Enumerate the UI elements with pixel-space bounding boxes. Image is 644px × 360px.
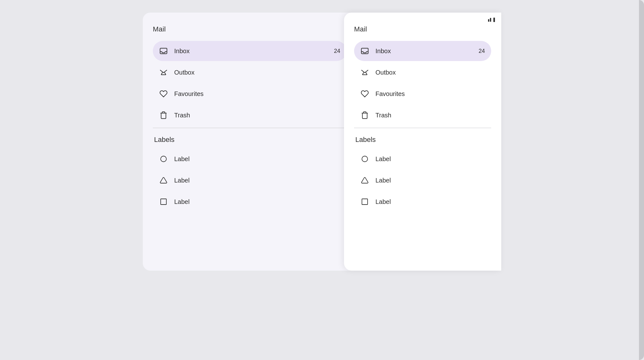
circle-icon — [159, 155, 168, 163]
right-nav-favourites[interactable]: Favourites — [354, 84, 491, 104]
right-nav-trash[interactable]: Trash — [354, 105, 491, 125]
signal-icon — [488, 18, 491, 22]
right-trash-label: Trash — [375, 112, 485, 119]
right-circle-icon — [360, 155, 369, 163]
left-favourites-label: Favourites — [174, 90, 340, 98]
right-outbox-label: Outbox — [375, 69, 485, 76]
right-label-3-text: Label — [375, 198, 391, 205]
left-nav-favourites[interactable]: Favourites — [153, 84, 347, 104]
svg-point-4 — [362, 156, 368, 162]
right-square-icon — [360, 197, 369, 206]
outbox-icon — [159, 68, 168, 77]
status-bar — [488, 18, 495, 22]
left-label-item-1[interactable]: Label — [153, 149, 347, 169]
right-outbox-icon — [360, 68, 369, 77]
right-nav-outbox[interactable]: Outbox — [354, 62, 491, 82]
right-label-item-3[interactable]: Label — [354, 192, 491, 212]
right-trash-icon — [360, 111, 369, 120]
right-section-title: Mail — [354, 25, 491, 33]
inbox-icon — [159, 47, 168, 55]
left-divider — [153, 128, 347, 128]
right-divider — [354, 128, 491, 128]
left-nav-inbox[interactable]: Inbox 24 — [153, 41, 347, 61]
left-label-1-text: Label — [174, 155, 190, 163]
left-nav-trash[interactable]: Trash — [153, 105, 347, 125]
right-labels-title: Labels — [354, 136, 491, 144]
right-panel: Mail Inbox 24 Outbox Favourites Trash La… — [344, 13, 501, 271]
right-label-2-text: Label — [375, 177, 391, 184]
right-inbox-label: Inbox — [375, 48, 472, 55]
left-outbox-label: Outbox — [174, 69, 340, 76]
right-inbox-badge: 24 — [479, 48, 485, 54]
left-inbox-label: Inbox — [174, 48, 328, 55]
left-label-3-text: Label — [174, 198, 190, 205]
left-label-item-3[interactable]: Label — [153, 192, 347, 212]
right-label-1-text: Label — [375, 155, 391, 163]
right-heart-icon — [360, 89, 369, 98]
left-labels-title: Labels — [153, 136, 347, 144]
right-labels-section: Labels Label Label Label — [354, 136, 491, 212]
left-inbox-badge: 24 — [334, 48, 340, 54]
scrollbar[interactable] — [639, 0, 644, 360]
right-triangle-icon — [360, 176, 369, 185]
square-icon — [159, 197, 168, 206]
right-label-item-2[interactable]: Label — [354, 170, 491, 190]
svg-point-1 — [161, 156, 166, 162]
right-label-item-1[interactable]: Label — [354, 149, 491, 169]
right-favourites-label: Favourites — [375, 90, 485, 98]
left-label-2-text: Label — [174, 177, 190, 184]
left-nav-outbox[interactable]: Outbox — [153, 62, 347, 82]
left-panel: Mail Inbox 24 Outbox Favourites Trash La… — [143, 13, 357, 271]
left-section-title: Mail — [153, 25, 347, 33]
right-inbox-icon — [360, 47, 369, 55]
left-trash-label: Trash — [174, 112, 340, 119]
svg-rect-5 — [362, 199, 368, 205]
left-label-item-2[interactable]: Label — [153, 170, 347, 190]
left-labels-section: Labels Label Label Label — [153, 136, 347, 212]
heart-icon — [159, 89, 168, 98]
triangle-icon — [159, 176, 168, 185]
right-nav-inbox[interactable]: Inbox 24 — [354, 41, 491, 61]
svg-rect-2 — [161, 199, 166, 205]
trash-icon — [159, 111, 168, 120]
